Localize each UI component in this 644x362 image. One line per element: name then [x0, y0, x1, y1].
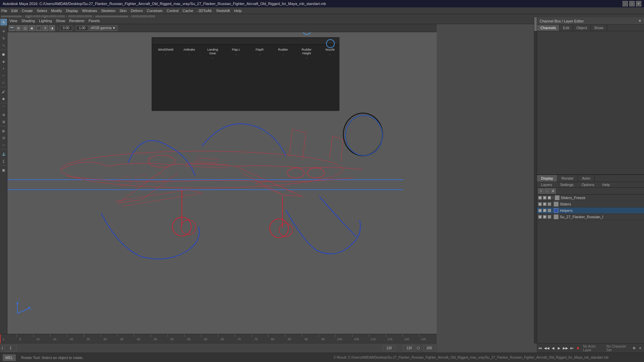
menu-select[interactable]: Select — [37, 9, 47, 13]
move-tool-btn[interactable]: ✛ — [0, 28, 7, 35]
subtab-options[interactable]: Settings — [557, 182, 576, 187]
menu-file[interactable]: File — [1, 9, 7, 13]
layer-p-flag-2[interactable]: P — [543, 202, 546, 206]
anim-btn-record[interactable]: ⏺ — [576, 346, 580, 351]
subtab-help[interactable]: Help — [600, 182, 613, 187]
constraint-btn[interactable]: ⚓ — [0, 150, 7, 157]
vertex-btn[interactable]: • — [0, 65, 7, 72]
vp-menu-view[interactable]: View — [9, 19, 17, 23]
gamma-dropdown[interactable]: sRGB gamma ▼ — [89, 25, 117, 31]
scale-tool-btn[interactable]: ⤡ — [0, 42, 7, 49]
menu-display[interactable]: Display — [66, 9, 78, 13]
subtab-layers[interactable]: Layers — [538, 182, 555, 187]
layer-v-flag-2[interactable]: V — [538, 202, 542, 206]
tab-render[interactable]: Render — [557, 175, 578, 182]
viewport-canvas[interactable]: WindShield AirBrake Landing Gear — [7, 32, 437, 344]
slider-track-nozzle[interactable] — [330, 54, 330, 55]
anim-btn-end[interactable]: ⏭ — [570, 346, 574, 351]
layer-v-flag[interactable]: V — [538, 196, 542, 199]
anim-btn-forward[interactable]: ▶▶ — [563, 346, 568, 351]
vp-value1-input[interactable] — [60, 25, 72, 31]
face-btn[interactable]: □ — [0, 79, 7, 86]
vp-grid-btn[interactable]: ⊞ — [15, 25, 21, 31]
delete-layer-btn[interactable]: - — [544, 188, 550, 194]
slider-track-landing-gear[interactable] — [212, 58, 213, 59]
scrollbar-thumb[interactable] — [534, 17, 537, 31]
minimize-button[interactable]: – — [623, 1, 628, 6]
slider-track-windshield[interactable] — [165, 54, 166, 55]
anim-btn-back[interactable]: ◀ — [551, 346, 555, 351]
vp-camera-btn[interactable]: 📷 — [9, 25, 15, 31]
vp-menu-shading[interactable]: Shading — [21, 19, 35, 23]
tab-anim[interactable]: Anim — [578, 175, 595, 182]
joint-btn[interactable]: ⊕ — [0, 111, 7, 118]
layer-row-sliders-freeze[interactable]: V P R / Sliders_Freeze — [537, 195, 644, 201]
slider-track-rudder-height[interactable] — [306, 58, 307, 59]
menu-edit[interactable]: Edit — [11, 9, 18, 13]
sculpt-btn[interactable]: 🖌 — [0, 88, 7, 95]
vp-smooth-btn[interactable]: ◉ — [29, 25, 35, 31]
layer-p-flag-3[interactable]: P — [543, 209, 546, 212]
viewport[interactable]: View Shading Lighting Show Renderer Pane… — [7, 17, 437, 344]
anim-extra-btn[interactable]: ≡ — [638, 346, 643, 351]
slider-handle-nozzle[interactable] — [326, 39, 335, 48]
slider-track-airbrake[interactable] — [189, 54, 190, 55]
close-button[interactable]: ✕ — [636, 1, 641, 6]
layer-p-flag-4[interactable]: P — [543, 215, 546, 219]
tab-object[interactable]: Object — [573, 25, 591, 31]
paint-weights-btn[interactable]: ◉ — [0, 95, 7, 102]
tab-show[interactable]: Show — [591, 25, 607, 31]
vp-shadow-btn[interactable]: ◑ — [49, 25, 55, 31]
layer-r-flag[interactable]: R — [548, 196, 551, 199]
edge-btn[interactable]: ─ — [0, 72, 7, 79]
cluster-btn[interactable]: ◍ — [0, 127, 7, 134]
vp-menu-panels[interactable]: Panels — [89, 19, 100, 23]
menu-windows[interactable]: Windows — [82, 9, 97, 13]
expression-btn[interactable]: ∑ — [0, 158, 7, 164]
maximize-button[interactable]: □ — [629, 1, 635, 6]
layer-row-helpers[interactable]: V P Helpers — [537, 207, 644, 214]
menu-control[interactable]: Control — [167, 9, 178, 13]
slider-handle-rudder-height[interactable] — [303, 32, 311, 35]
layer-options-btn[interactable]: ⚙ — [550, 188, 556, 194]
right-scrollbar[interactable] — [534, 17, 537, 344]
component-btn[interactable]: ◈ — [0, 58, 7, 65]
slider-track-flapl[interactable] — [236, 54, 236, 55]
vp-texture-btn[interactable]: ⬛ — [36, 25, 42, 31]
anim-btn-back-step[interactable]: ◀◀ — [544, 346, 549, 351]
menu-skin[interactable]: Skin — [119, 9, 126, 13]
frame-end-input[interactable] — [383, 345, 395, 351]
menu-3dtoall[interactable]: -3DToAll- — [197, 9, 212, 13]
playback-end-input[interactable] — [423, 345, 435, 351]
vp-menu-lighting[interactable]: Lighting — [39, 19, 52, 23]
render-view-btn[interactable]: ▣ — [0, 167, 7, 173]
tab-edit[interactable]: Edit — [559, 25, 573, 31]
menu-skeleton[interactable]: Skeleton — [101, 9, 115, 13]
anim-btn-play[interactable]: ▶ — [557, 346, 561, 351]
new-layer-btn[interactable]: + — [538, 188, 544, 194]
layer-p-flag[interactable]: P — [543, 196, 546, 199]
anim-settings-btn[interactable]: ⚙ — [632, 346, 637, 351]
layer-row-sliders[interactable]: V P Sliders — [537, 201, 644, 207]
control-panel-header[interactable] — [152, 38, 339, 45]
vp-menu-show[interactable]: Show — [56, 19, 65, 23]
mel-label[interactable]: MEL — [3, 354, 16, 361]
tab-display[interactable]: Display — [537, 175, 557, 182]
menu-help[interactable]: Help — [234, 9, 242, 13]
menu-redshift[interactable]: Redshift — [216, 9, 230, 13]
layer-v-flag-3[interactable]: V — [538, 209, 542, 212]
lattice-btn[interactable]: ⊟ — [0, 134, 7, 141]
slider-track-flapr[interactable] — [259, 54, 260, 55]
menu-constrain[interactable]: Constrain — [147, 9, 163, 13]
menu-create[interactable]: Create — [22, 9, 33, 13]
frame-range-end-input[interactable] — [403, 345, 415, 351]
ik-btn[interactable]: ⊞ — [0, 118, 7, 125]
tab-channels[interactable]: Channels — [537, 25, 559, 31]
channel-box-close[interactable]: ✕ — [638, 19, 641, 23]
menu-cache[interactable]: Cache — [182, 9, 193, 13]
menu-modify[interactable]: Modify — [51, 9, 62, 13]
frame-start-input[interactable] — [5, 345, 17, 351]
soft-select-btn[interactable]: ⬟ — [0, 51, 7, 58]
menu-deform[interactable]: Deform — [131, 9, 143, 13]
vp-value2-input[interactable] — [76, 25, 88, 31]
